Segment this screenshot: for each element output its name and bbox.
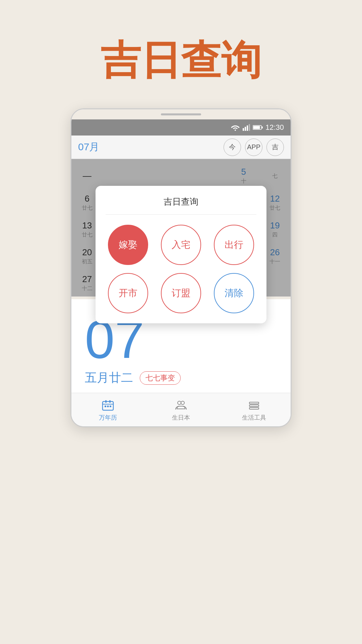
svg-rect-2	[245, 127, 246, 131]
svg-rect-6	[253, 126, 260, 129]
app-header: 07月 今 APP 吉	[71, 136, 291, 159]
svg-rect-4	[249, 124, 250, 131]
svg-point-16	[181, 401, 184, 405]
svg-rect-1	[243, 128, 244, 131]
modal-dialog: 吉日查询 嫁娶 入宅 出行 开市 订盟	[96, 186, 266, 323]
signal-icon	[243, 124, 250, 131]
svg-rect-18	[249, 405, 259, 407]
people-icon	[175, 398, 187, 411]
nav-label-birthday: 生日本	[172, 414, 190, 422]
jiari-kaishi-button[interactable]: 开市	[108, 273, 148, 313]
status-bar: 12:30	[71, 119, 291, 136]
svg-rect-7	[262, 126, 263, 128]
jiari-dingmeng-button[interactable]: 订盟	[161, 273, 201, 313]
jiari-chuxing-button[interactable]: 出行	[214, 225, 254, 265]
lunar-date-row: 五月廿二 七七事变	[85, 370, 277, 386]
calendar-icon	[102, 398, 114, 411]
svg-point-15	[178, 401, 181, 405]
wifi-icon	[231, 124, 240, 131]
svg-rect-11	[109, 400, 111, 403]
svg-rect-19	[249, 408, 259, 409]
page-title: 吉日查询	[101, 38, 261, 83]
nav-item-calendar[interactable]: 万年历	[71, 398, 144, 421]
page-title-section: 吉日查询	[0, 0, 362, 108]
phone-top-bar	[71, 109, 291, 119]
nav-item-birthday[interactable]: 生日本	[144, 398, 218, 421]
status-icons: 12:30	[231, 123, 284, 132]
nav-item-tools[interactable]: 生活工具	[218, 398, 291, 421]
today-button[interactable]: 今	[224, 139, 241, 156]
jiari-jiqu-button[interactable]: 嫁娶	[108, 225, 148, 265]
lunar-date: 五月廿二	[85, 370, 133, 386]
jiari-qingchu-button[interactable]: 清除	[214, 273, 254, 313]
bottom-nav: 万年历 生日本 生活工具	[71, 393, 291, 426]
phone-notch	[161, 113, 201, 115]
calendar-area: — 5十 七 6廿七 12廿七 13	[71, 159, 291, 297]
app-button[interactable]: APP	[245, 139, 262, 156]
svg-rect-17	[249, 402, 259, 404]
status-time: 12:30	[265, 123, 284, 132]
nav-label-tools: 生活工具	[242, 414, 266, 422]
month-label: 07月	[78, 140, 99, 154]
event-badge: 七七事变	[140, 371, 181, 385]
svg-rect-13	[107, 406, 109, 407]
svg-rect-12	[105, 406, 106, 407]
modal-grid: 嫁娶 入宅 出行 开市 订盟 清除	[106, 225, 256, 313]
tools-icon	[248, 398, 260, 411]
phone-frame: 12:30 07月 今 APP 吉 — 5十 七 6廿七	[70, 108, 292, 427]
modal-title: 吉日查询	[106, 196, 256, 215]
lucky-button[interactable]: 吉	[266, 139, 284, 156]
nav-label-calendar: 万年历	[99, 414, 117, 422]
header-buttons: 今 APP 吉	[224, 139, 284, 156]
svg-rect-3	[247, 125, 248, 131]
svg-rect-14	[110, 406, 111, 407]
svg-point-0	[235, 129, 236, 131]
jiari-ruzhai-button[interactable]: 入宅	[161, 225, 201, 265]
modal-overlay: 吉日查询 嫁娶 入宅 出行 开市 订盟	[71, 159, 291, 297]
svg-rect-10	[105, 400, 107, 403]
battery-icon	[253, 125, 263, 130]
